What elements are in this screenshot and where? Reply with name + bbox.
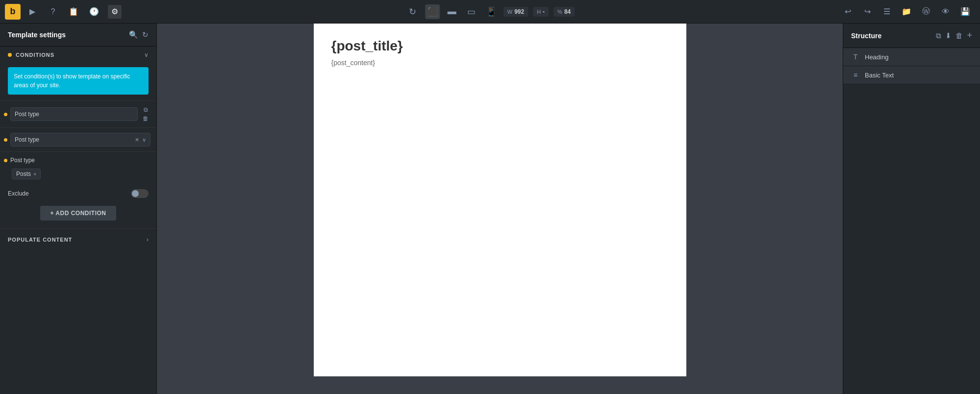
redo-icon[interactable]: ↪ [860, 5, 874, 19]
right-panel-icons: ⧉ ⬇ 🗑 + [936, 30, 972, 41]
condition-3-label: Post type [10, 157, 35, 164]
condition-2-select[interactable]: Post type ✕ ∨ [10, 133, 151, 147]
exclude-label: Exclude [8, 190, 29, 197]
panel-title: Template settings [8, 31, 66, 39]
wordpress-icon[interactable]: Ⓦ [919, 5, 933, 19]
settings-icon[interactable]: ⚙ [108, 5, 122, 19]
structure-item-heading[interactable]: T Heading [843, 48, 980, 66]
mobile-icon[interactable]: 📱 [484, 4, 499, 19]
history-icon[interactable]: 🕐 [87, 5, 101, 19]
heading-label: Heading [865, 53, 888, 61]
condition-2-label: Post type [15, 136, 39, 143]
tablet-portrait-icon[interactable]: ▭ [464, 4, 479, 19]
canvas-area: {post_title} {post_content} [157, 24, 843, 394]
width-label: W [507, 9, 512, 15]
exclude-toggle[interactable] [131, 189, 149, 198]
panel-search-icon[interactable]: 🔍 [129, 30, 138, 39]
width-dimension: W 992 [503, 7, 528, 17]
height-label: H [537, 9, 541, 15]
zoom-value: 84 [564, 8, 571, 15]
add-condition-button[interactable]: + ADD CONDITION [40, 206, 116, 221]
rp-add-icon[interactable]: + [967, 30, 972, 41]
rp-download-icon[interactable]: ⬇ [945, 31, 952, 40]
height-value: - [543, 8, 545, 15]
panel-refresh-icon[interactable]: ↻ [142, 30, 149, 39]
right-panel: Structure ⧉ ⬇ 🗑 + T Heading ≡ Basic Text [843, 24, 980, 394]
exclude-row: Exclude [0, 185, 156, 202]
structure-item-basic-text[interactable]: ≡ Basic Text [843, 66, 980, 84]
panel-header: Template settings 🔍 ↻ [0, 24, 156, 47]
tablet-landscape-icon[interactable]: ▬ [445, 4, 459, 19]
basic-text-label: Basic Text [865, 72, 894, 79]
conditions-info-box: Set condition(s) to show template on spe… [8, 67, 149, 95]
rp-trash-icon[interactable]: 🗑 [955, 31, 963, 40]
canvas-title: {post_title} [331, 38, 669, 54]
posts-tag-label: Posts [16, 171, 31, 177]
left-panel: Template settings 🔍 ↻ CONDITIONS ∨ Set c… [0, 24, 157, 394]
posts-tag-remove-icon[interactable]: × [33, 171, 36, 177]
condition-1-dot [4, 113, 7, 116]
panel-header-icons: 🔍 ↻ [129, 30, 149, 39]
toolbar-right: ↩ ↪ ☰ 📁 Ⓦ 👁 💾 [841, 5, 972, 19]
populate-title: POPULATE CONTENT [8, 237, 72, 243]
top-toolbar: b ▶ ? 📋 🕐 ⚙ ↻ ⬛ ▬ ▭ 📱 W 992 H - % 84 ↩ ↪… [0, 0, 980, 24]
condition-2-icons: ✕ ∨ [135, 137, 146, 143]
condition-1-actions: ⧉ 🗑 [141, 106, 151, 123]
zoom-dimension: % 84 [553, 7, 575, 17]
condition-row-2: Post type ✕ ∨ [0, 130, 156, 149]
condition-group-2: Post type ✕ ∨ [0, 127, 156, 151]
populate-header[interactable]: POPULATE CONTENT › [0, 229, 156, 250]
desktop-icon[interactable]: ⬛ [425, 4, 440, 19]
heading-icon: T [851, 53, 860, 61]
main-layout: Template settings 🔍 ↻ CONDITIONS ∨ Set c… [0, 24, 980, 394]
condition-3-tag-row: Posts × [0, 167, 156, 183]
eye-icon[interactable]: 👁 [939, 5, 953, 19]
pointer-icon[interactable]: ▶ [25, 5, 39, 19]
clipboard-icon[interactable]: 📋 [67, 5, 80, 19]
rp-copy-icon[interactable]: ⧉ [936, 31, 941, 40]
height-dimension: H - [533, 7, 549, 17]
condition-1-select[interactable]: Post type [10, 107, 138, 121]
posts-tag: Posts × [12, 169, 41, 179]
canvas-body: {post_content} [331, 59, 669, 67]
conditions-header-left: CONDITIONS [8, 52, 54, 58]
folder-icon[interactable]: 📁 [900, 5, 913, 19]
condition-2-chevron-icon[interactable]: ∨ [142, 137, 146, 143]
right-panel-title: Structure [851, 32, 881, 40]
logo-button[interactable]: b [5, 4, 21, 20]
condition-1-copy-icon[interactable]: ⧉ [141, 106, 151, 114]
basic-text-icon: ≡ [851, 71, 860, 79]
conditions-header[interactable]: CONDITIONS ∨ [0, 47, 156, 63]
conditions-title: CONDITIONS [16, 52, 54, 58]
undo-icon[interactable]: ↩ [841, 5, 854, 19]
populate-section: POPULATE CONTENT › [0, 228, 156, 250]
right-panel-header: Structure ⧉ ⬇ 🗑 + [843, 24, 980, 48]
conditions-section: CONDITIONS ∨ Set condition(s) to show te… [0, 47, 156, 228]
toolbar-center: ↻ ⬛ ▬ ▭ 📱 W 992 H - % 84 [405, 4, 575, 19]
condition-group-3: Post type Posts × [0, 151, 156, 185]
save-icon[interactable]: 💾 [958, 5, 972, 19]
condition-1-delete-icon[interactable]: 🗑 [141, 115, 151, 123]
hamburger-icon[interactable]: ☰ [880, 5, 894, 19]
conditions-chevron-icon: ∨ [144, 51, 149, 58]
condition-2-clear-icon[interactable]: ✕ [135, 137, 139, 143]
canvas-page: {post_title} {post_content} [314, 24, 686, 376]
condition-row-3-header: Post type [0, 154, 156, 167]
conditions-dot [8, 53, 12, 57]
help-icon[interactable]: ? [46, 5, 60, 19]
condition-group-1: Post type ⧉ 🗑 [0, 100, 156, 127]
refresh-icon[interactable]: ↻ [405, 4, 420, 19]
condition-1-label: Post type [15, 111, 39, 118]
toggle-knob [132, 190, 139, 197]
condition-2-dot [4, 138, 7, 142]
populate-chevron-icon: › [147, 236, 149, 243]
zoom-label: % [557, 9, 562, 15]
condition-row-1: Post type ⧉ 🗑 [0, 103, 156, 125]
width-value: 992 [514, 8, 524, 15]
condition-3-dot [4, 159, 7, 162]
